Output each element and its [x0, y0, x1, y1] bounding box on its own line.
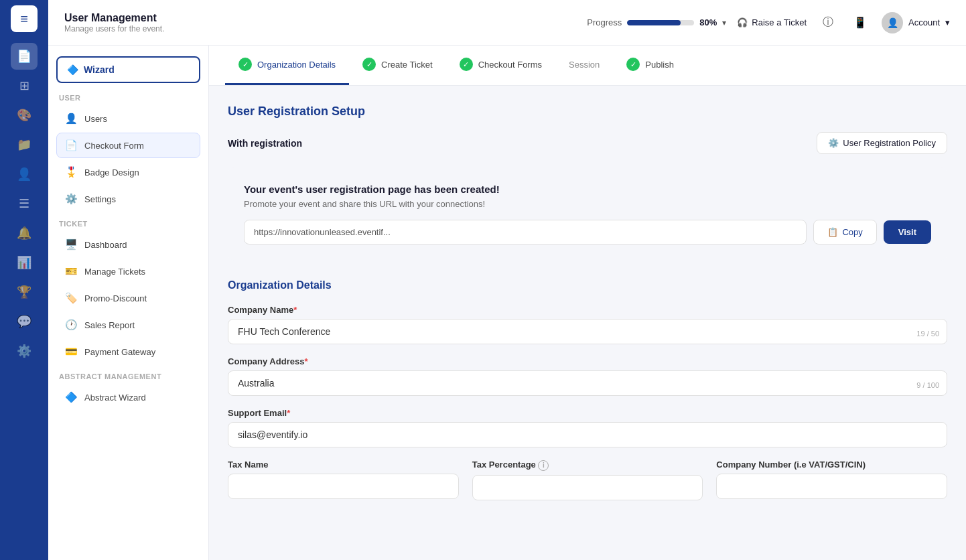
mobile-icon-button[interactable]: 📱: [849, 12, 871, 33]
checkout-form-icon: 📄: [65, 139, 78, 151]
wizard-button[interactable]: 🔷 Wizard: [56, 56, 200, 83]
sidebar-item-settings[interactable]: ⚙️ Settings: [56, 186, 200, 212]
progress-bar-fill: [627, 20, 681, 25]
sidebar: 🔷 Wizard User 👤 Users 📄 Checkout Form 🎖️…: [48, 46, 209, 560]
company-name-label-text: Company Name: [228, 305, 293, 315]
support-email-wrapper: [228, 422, 947, 447]
topbar-right: Progress 80% ▾ 🎧 Raise a Ticket ⓘ 📱 👤 Ac…: [587, 12, 950, 33]
sidebar-item-abstract-wizard[interactable]: 🔷 Abstract Wizard: [56, 384, 200, 410]
payment-gateway-icon: 💳: [65, 346, 78, 358]
badge-design-icon: 🎖️: [65, 166, 78, 178]
sidebar-item-sales-report[interactable]: 🕐 Sales Report: [56, 312, 200, 338]
rail-icon-palette[interactable]: 🎨: [11, 102, 38, 129]
account-label: Account: [908, 17, 940, 27]
url-input[interactable]: [244, 220, 807, 244]
policy-gear-icon: ⚙️: [828, 138, 839, 148]
sidebar-item-dashboard-label: Dashboard: [84, 240, 127, 250]
settings-icon: ⚙️: [65, 193, 78, 205]
rail-icon-folder[interactable]: 📁: [11, 131, 38, 158]
support-email-input[interactable]: [228, 422, 947, 447]
copy-label: Copy: [842, 227, 862, 237]
rail-icon-trophy[interactable]: 🏆: [11, 279, 38, 305]
support-email-label-text: Support Email: [228, 408, 287, 418]
company-address-char-count: 9 / 100: [916, 381, 939, 389]
tab-org-details[interactable]: ✓ Organization Details: [225, 46, 349, 85]
app-title: User Management: [64, 12, 576, 24]
rail-icon-pages[interactable]: 📄: [11, 43, 38, 70]
tax-name-label: Tax Name: [228, 460, 459, 470]
policy-btn-label: User Registration Policy: [843, 138, 936, 148]
tax-percentage-info-icon[interactable]: i: [538, 460, 549, 471]
page-title: User Registration Setup: [228, 104, 947, 119]
company-name-required: *: [293, 305, 297, 315]
sidebar-item-promo-discount[interactable]: 🏷️ Promo-Discount: [56, 285, 200, 311]
account-dropdown-arrow: ▾: [945, 17, 950, 27]
sidebar-item-abstract-wizard-label: Abstract Wizard: [84, 393, 146, 403]
sidebar-section-user: User: [59, 94, 198, 102]
sidebar-item-payment-gateway[interactable]: 💳 Payment Gateway: [56, 339, 200, 364]
company-name-input[interactable]: [228, 319, 947, 344]
app-logo: ≡: [11, 5, 38, 32]
tab-session[interactable]: Session: [555, 46, 613, 85]
raise-ticket-label: Raise a Ticket: [752, 17, 807, 27]
sidebar-item-badge-design-label: Badge Design: [84, 167, 139, 178]
company-address-required: *: [304, 356, 307, 366]
sidebar-section-abstract: Abstract Management: [59, 372, 198, 380]
rail-icon-chart[interactable]: 📊: [11, 249, 38, 276]
company-number-group: Company Number (i.e VAT/GST/CIN): [716, 460, 947, 500]
sidebar-item-badge-design[interactable]: 🎖️ Badge Design: [56, 159, 200, 185]
app-subtitle: Manage users for the event.: [64, 24, 576, 33]
org-section-title: Organization Details: [228, 279, 947, 291]
company-name-wrapper: 19 / 50: [228, 319, 947, 344]
copy-button[interactable]: 📋 Copy: [813, 220, 876, 244]
tax-percentage-input[interactable]: [472, 475, 703, 500]
registration-row: With registration ⚙️ User Registration P…: [228, 132, 947, 154]
sidebar-item-checkout-form[interactable]: 📄 Checkout Form: [56, 133, 200, 158]
visit-button[interactable]: Visit: [884, 220, 931, 244]
company-address-group: Company Address* 9 / 100: [228, 356, 947, 396]
rail-icon-grid[interactable]: ⊞: [11, 72, 38, 99]
rail-icon-user[interactable]: 👤: [11, 161, 38, 188]
company-name-label: Company Name*: [228, 305, 947, 315]
url-row: 📋 Copy Visit: [244, 220, 931, 244]
sidebar-item-manage-tickets[interactable]: 🎫 Manage Tickets: [56, 259, 200, 284]
create-ticket-check: ✓: [362, 58, 376, 71]
account-button[interactable]: 👤 Account ▾: [882, 12, 950, 33]
tab-checkout-forms-label: Checkout Forms: [478, 60, 542, 70]
content-body: User Registration Setup With registratio…: [209, 86, 966, 531]
headphones-icon: 🎧: [737, 17, 748, 27]
dashboard-icon: 🖥️: [65, 238, 78, 251]
support-email-required: *: [287, 408, 290, 418]
progress-dropdown-arrow[interactable]: ▾: [722, 18, 726, 27]
tab-org-details-label: Organization Details: [257, 60, 336, 70]
tab-create-ticket[interactable]: ✓ Create Ticket: [349, 46, 446, 85]
sidebar-item-dashboard[interactable]: 🖥️ Dashboard: [56, 232, 200, 257]
sidebar-item-users[interactable]: 👤 Users: [56, 106, 200, 131]
company-address-input[interactable]: [228, 370, 947, 396]
tax-name-input[interactable]: [228, 474, 459, 499]
sidebar-item-manage-tickets-label: Manage Tickets: [84, 267, 145, 277]
rail-icon-settings[interactable]: ⚙️: [11, 338, 38, 364]
sales-report-icon: 🕐: [65, 319, 78, 331]
company-address-label-text: Company Address: [228, 356, 304, 366]
rail-icon-chat[interactable]: 💬: [11, 308, 38, 335]
abstract-wizard-icon: 🔷: [65, 391, 78, 403]
tab-create-ticket-label: Create Ticket: [381, 60, 433, 70]
rail-icon-bell[interactable]: 🔔: [11, 220, 38, 247]
info-icon-button[interactable]: ⓘ: [817, 12, 839, 33]
tab-publish[interactable]: ✓ Publish: [613, 46, 687, 85]
topbar-title-section: User Management Manage users for the eve…: [64, 12, 576, 33]
raise-ticket-button[interactable]: 🎧 Raise a Ticket: [737, 17, 807, 27]
company-number-input[interactable]: [716, 474, 947, 499]
org-details-check: ✓: [238, 58, 252, 71]
wizard-tabs: ✓ Organization Details ✓ Create Ticket ✓…: [209, 46, 966, 86]
tab-checkout-forms[interactable]: ✓ Checkout Forms: [446, 46, 555, 85]
avatar: 👤: [882, 12, 903, 33]
company-address-wrapper: 9 / 100: [228, 370, 947, 396]
icon-rail: ≡ 📄 ⊞ 🎨 📁 👤 ☰ 🔔 📊 🏆 💬 ⚙️: [0, 0, 48, 560]
url-card-subtext: Promote your event and share this URL wi…: [244, 199, 931, 209]
manage-tickets-icon: 🎫: [65, 265, 78, 277]
company-address-label: Company Address*: [228, 356, 947, 366]
rail-icon-list[interactable]: ☰: [11, 190, 38, 217]
user-registration-policy-button[interactable]: ⚙️ User Registration Policy: [817, 132, 947, 154]
